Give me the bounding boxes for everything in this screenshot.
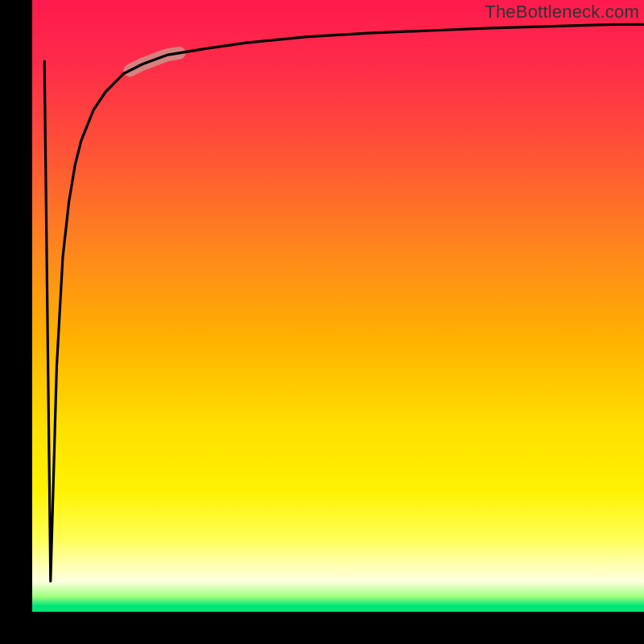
- curve-main: [44, 24, 644, 581]
- chart-frame: TheBottleneck.com: [0, 0, 644, 644]
- chart-svg: [32, 0, 644, 612]
- plot-area: TheBottleneck.com: [32, 0, 644, 612]
